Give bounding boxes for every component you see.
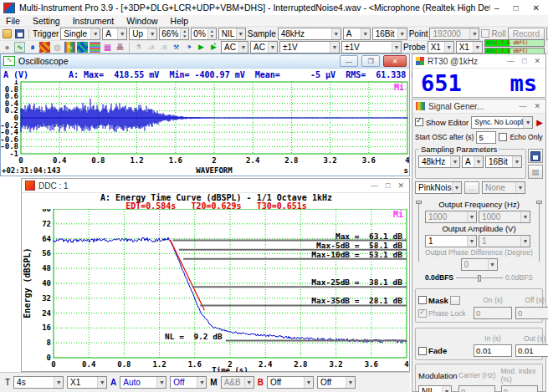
annotation-label: Max-5dB = 58.1 dB [316, 241, 402, 250]
etc-plot[interactable]: 8072645648403224168000.40.81.21.622.42.8… [22, 209, 411, 373]
menu-bar: FileSettingInstrumentWindowHelp [0, 15, 548, 26]
coupling-b-select[interactable]: AC▼ [250, 41, 278, 53]
fade-in-input[interactable] [474, 344, 512, 357]
modulation-select[interactable]: NIL▼ [418, 385, 452, 392]
siggen-title-bar[interactable]: Signal Gener... — ✕ [412, 99, 545, 114]
menu-file[interactable]: File [6, 16, 20, 26]
trigger-edge-select[interactable]: Up▼ [129, 28, 157, 40]
mask-options-button[interactable] [450, 296, 460, 305]
chevron-down-icon: ▼ [244, 377, 254, 388]
oscilloscope-minimize-button[interactable]: — [340, 55, 358, 67]
rt30-maximize-button[interactable]: □ [522, 57, 526, 65]
spin-down-icon[interactable]: ▼ [181, 33, 188, 38]
sync-mode-select[interactable]: Sync. No Loopback▼ [471, 116, 533, 129]
show-editor-checkbox[interactable] [415, 118, 423, 126]
siggen-close-button[interactable]: ✕ [534, 102, 540, 110]
output-balance-slider[interactable] [456, 274, 503, 282]
probe-a-select[interactable]: X1▼ [428, 41, 454, 53]
mod-index-input [501, 385, 538, 392]
trigger-delay-stepper[interactable]: 0%▲▼ [191, 28, 216, 40]
data-logger-icon[interactable] [90, 42, 100, 53]
menu-window[interactable]: Window [126, 16, 157, 26]
phase-lock-label: Phase Lock [428, 309, 465, 318]
oscilloscope-close-button[interactable]: ✕ [383, 55, 407, 67]
x-tick-label: 0.4 [82, 360, 96, 369]
close-button[interactable]: ✕ [533, 3, 540, 13]
spin-down-icon[interactable]: ▼ [208, 33, 216, 38]
range-a-select[interactable]: ±1V▼ [279, 41, 340, 53]
waveform-select[interactable]: PinkNoise▼ [415, 181, 462, 194]
ddc-close-button[interactable]: ✕ [397, 181, 404, 190]
range-b-select[interactable]: ±1V▼ [341, 41, 402, 53]
probe-b-select[interactable]: X1▼ [456, 41, 483, 53]
signal-generator-icon[interactable]: ∿ [64, 42, 75, 53]
run-icon[interactable]: ▶ [196, 42, 207, 53]
gen-bits-select[interactable]: 16Bit▼ [485, 155, 522, 168]
a-range-select[interactable]: Auto▼ [120, 376, 166, 389]
spectrum-analyzer-icon[interactable]: ılı [27, 42, 38, 53]
calibration-icon[interactable]: ⚒ [171, 42, 182, 53]
start-generator-button[interactable]: ▶ [536, 118, 543, 127]
chevron-down-icon: ▼ [452, 182, 461, 193]
b-range-select[interactable]: Off▼ [267, 376, 314, 389]
ddc-minimize-button[interactable]: — [371, 181, 378, 190]
menu-help[interactable]: Help [171, 16, 189, 26]
ddc-title-bar[interactable]: DDC : 1 — □ ✕ [22, 179, 409, 193]
zoom-select[interactable]: X1▼ [67, 376, 107, 389]
x-tick-label: 0 [18, 156, 23, 165]
output-amplitude-a-select[interactable]: 1▼ [425, 235, 477, 247]
gen-rate-select[interactable]: 48kHz▼ [418, 155, 460, 168]
fade-checkbox[interactable] [418, 347, 427, 355]
fade-out-input[interactable] [515, 344, 548, 357]
mask-checkbox[interactable] [418, 296, 427, 304]
x-tick-label: 0.4 [53, 156, 67, 165]
open-file-icon[interactable] [2, 28, 13, 39]
trigger-hpf-select[interactable]: NIL▼ [218, 28, 246, 40]
oscilloscope-icon[interactable]: ∿ [14, 42, 25, 53]
trigger-mode-select[interactable]: Single▼ [60, 28, 100, 40]
minimize-button[interactable]: – [494, 3, 499, 13]
copy-generator-settings-button[interactable]: ▤ [528, 165, 543, 179]
point-count-select: 192000▼ [429, 28, 479, 40]
x-tick-label: 2.8 [284, 156, 298, 165]
sample-channel-select[interactable]: A▼ [343, 28, 371, 40]
gen-channel-select[interactable]: A▼ [462, 155, 484, 168]
spectrum-3d-plot-icon[interactable] [77, 42, 88, 53]
start-osc-input[interactable] [476, 131, 496, 144]
coupling-a-select[interactable]: AC▼ [221, 41, 248, 53]
rt30-title-bar[interactable]: RT30 @1kHz — □ ✕ [412, 54, 545, 69]
run-loop-icon[interactable]: ▶̊ [208, 42, 219, 53]
oscilloscope-plot[interactable]: 10.80.60.40.20-0.2-0.4-0.6-0.8-100.40.81… [1, 80, 409, 176]
output-level-slider-b[interactable] [536, 201, 542, 262]
output-level-slider-a[interactable] [416, 201, 422, 262]
record-indicator-icon[interactable]: ● [2, 42, 13, 53]
spectrogram-icon[interactable] [39, 42, 50, 53]
ddc-maximize-button[interactable]: □ [386, 181, 390, 190]
oscilloscope-window-icon: ∿ [3, 56, 15, 66]
menu-setting[interactable]: Setting [33, 16, 60, 26]
sample-bits-select[interactable]: 16Bit▼ [372, 28, 407, 40]
save-generator-settings-button[interactable] [528, 149, 543, 163]
y-tick-label: 72 [42, 220, 51, 228]
window-title: Multi-Instrument Pro 3.9 - [+3DP+DLG+LCR… [19, 3, 490, 13]
trigger-source-select[interactable]: A▼ [102, 28, 127, 40]
save-file-icon[interactable] [14, 28, 25, 39]
ddp-viewer-icon[interactable]: ▦ [102, 42, 113, 53]
oscilloscope-restore-button[interactable]: ❐ [361, 55, 380, 67]
echo-only-checkbox[interactable] [499, 133, 507, 141]
trigger-level-stepper[interactable]: 66%▲▼ [159, 28, 189, 40]
a-filter-select[interactable]: Off▼ [170, 376, 207, 389]
b-filter-select[interactable]: Off▼ [317, 376, 356, 389]
siggen-minimize-button[interactable]: — [519, 102, 526, 110]
sample-rate-select[interactable]: 48kHz▼ [278, 28, 341, 40]
rt30-close-button[interactable]: ✕ [534, 57, 540, 65]
chevron-down-icon: ▼ [331, 28, 341, 39]
menu-instrument[interactable]: Instrument [73, 16, 115, 26]
oscilloscope-title-bar[interactable]: ∿ Oscilloscope — ❐ ✕ [1, 54, 409, 69]
rt30-minimize-button[interactable]: — [507, 57, 515, 65]
device-test-plan-icon[interactable]: 🖶 [115, 42, 125, 53]
multimeter-icon[interactable]: ◍ [52, 42, 63, 53]
sound-device-icon[interactable]: 🕩 [183, 42, 194, 53]
timebase-select[interactable]: 4s▼ [13, 376, 64, 389]
maximize-button[interactable]: □ [514, 3, 519, 13]
